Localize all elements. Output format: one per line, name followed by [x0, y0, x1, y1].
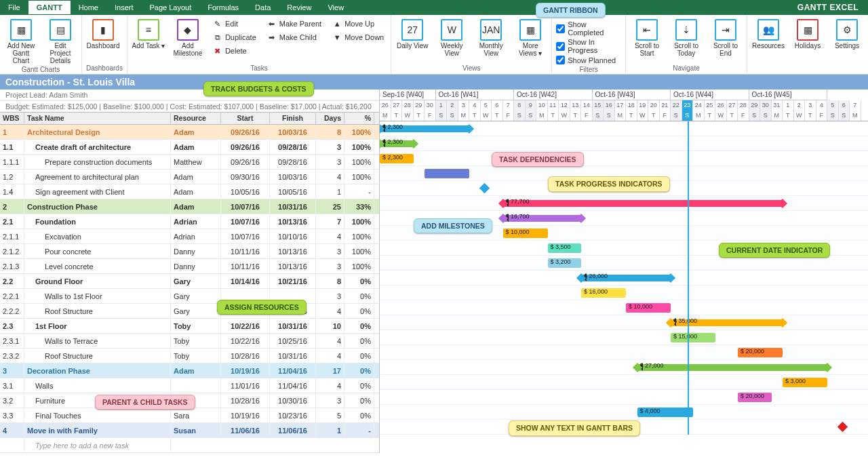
gantt-bar[interactable]: $ 10,000: [626, 303, 671, 313]
dashboard-button[interactable]: ▮Dashboard: [86, 18, 120, 50]
gantt-row: $ 35,000: [380, 315, 868, 330]
task-row[interactable]: 2.2.2Roof StructureGary10/18/1610/21/164…: [0, 304, 379, 319]
col-wbs[interactable]: WBS: [0, 112, 24, 124]
tab-gantt[interactable]: GANTT: [28, 1, 71, 14]
scroll-end-button[interactable]: ⇥Scroll to End: [709, 18, 743, 57]
scroll-start-button[interactable]: ⇤Scroll to Start: [630, 18, 664, 57]
add-task-button[interactable]: ≡Add Task ▾: [132, 18, 165, 50]
task-row[interactable]: 2.3.1Walls to TerraceToby10/22/1610/25/1…: [0, 334, 379, 349]
gantt-row: $ 27,000: [380, 360, 868, 375]
tab-file[interactable]: File: [0, 1, 28, 14]
tab-insert[interactable]: Insert: [106, 1, 142, 14]
timeline-dow: M: [536, 111, 548, 121]
new-task-row[interactable]: Type here to add a new task: [0, 438, 379, 453]
gantt-bar[interactable]: $ 27,000: [637, 364, 828, 371]
gantt-bar[interactable]: $ 3,200: [548, 258, 582, 268]
gantt-bar[interactable]: $ 2,300: [380, 140, 414, 147]
task-row[interactable]: 3.3Final TouchesSara10/19/1610/23/1650%: [0, 408, 379, 423]
ribbon: GANTT RIBBON ▦Add New Gantt Chart ▤Edit …: [0, 15, 868, 75]
show-completed-check[interactable]: Show Completed: [556, 20, 621, 37]
task-row[interactable]: 2.1.1ExcavationAdrian10/07/1610/10/16410…: [0, 229, 379, 244]
task-row[interactable]: 1Architectural DesignAdam09/26/1610/03/1…: [0, 125, 379, 140]
add-milestone-button[interactable]: ◆Add Milestone: [171, 18, 205, 57]
edit-project-details-button[interactable]: ▤Edit Project Details: [43, 18, 77, 64]
make-parent-button[interactable]: ⬅Make Parent: [264, 18, 324, 30]
more-views-button[interactable]: ▦More Views ▾: [513, 18, 547, 57]
tab-data[interactable]: Data: [247, 1, 279, 14]
move-up-button[interactable]: ▲Move Up: [330, 18, 387, 30]
col-finish[interactable]: Finish: [270, 112, 316, 124]
timeline-dow: S: [749, 111, 761, 121]
milestone-marker[interactable]: [837, 422, 848, 433]
col-resource[interactable]: Resource: [171, 112, 221, 124]
timeline-daynum: 16: [604, 100, 615, 111]
holidays-button[interactable]: ▦Holidays: [791, 18, 825, 50]
task-row[interactable]: 2.1.3Level concreteDanny10/11/1610/13/16…: [0, 259, 379, 274]
col-start[interactable]: Start: [221, 112, 270, 124]
task-row[interactable]: 3Decoration PhaseAdam10/19/1611/04/16170…: [0, 363, 379, 378]
timeline-dow: S: [593, 111, 604, 121]
gantt-bar[interactable]: $ 3,000: [783, 378, 827, 387]
scroll-today-button[interactable]: ⇣Scroll to Today: [669, 18, 703, 57]
timeline-month: Oct-16 [W42]: [514, 90, 593, 100]
gantt-bar[interactable]: $ 16,700: [503, 215, 582, 222]
col-task[interactable]: Task Name: [24, 112, 171, 124]
tab-home[interactable]: Home: [71, 1, 106, 14]
tab-page-layout[interactable]: Page Layout: [141, 1, 199, 14]
gantt-bar[interactable]: $ 77,700: [503, 200, 783, 207]
gantt-bar[interactable]: [425, 169, 469, 178]
task-row[interactable]: 2.2Ground FloorGary10/14/1610/21/1680%: [0, 274, 379, 289]
task-row[interactable]: 2.3.2Roof StructureToby10/28/1610/31/164…: [0, 349, 379, 363]
milestone-marker[interactable]: [479, 183, 490, 194]
timeline-dow: T: [570, 111, 582, 121]
gantt-row: $ 10,000: [380, 300, 868, 315]
gantt-bar[interactable]: $ 3,500: [548, 243, 582, 253]
weekly-view-button[interactable]: WWeekly View: [435, 18, 469, 57]
timeline-dow: S: [760, 111, 772, 121]
task-row[interactable]: 3.1Walls11/01/1611/04/1640%: [0, 378, 379, 393]
show-planned-check[interactable]: Show Planned: [556, 56, 621, 64]
task-row[interactable]: 2.31st FloorToby10/22/1610/31/16100%: [0, 319, 379, 334]
gantt-bar[interactable]: $ 20,000: [738, 348, 783, 357]
edit-task-button[interactable]: ✎Edit: [210, 18, 259, 30]
gantt-bar[interactable]: $ 15,000: [671, 333, 715, 342]
show-inprogress-check[interactable]: Show In Progress: [556, 38, 621, 54]
make-child-button[interactable]: ➡Make Child: [264, 31, 324, 43]
task-row[interactable]: 4Move in with FamilySusan11/06/1611/06/1…: [0, 423, 379, 438]
col-days[interactable]: Days: [316, 112, 344, 124]
tab-view[interactable]: View: [319, 1, 352, 14]
people-icon: 👥: [757, 19, 779, 41]
delete-task-button[interactable]: ✖Delete: [210, 45, 259, 57]
task-row[interactable]: 2Construction PhaseAdam10/07/1610/31/162…: [0, 199, 379, 214]
timeline-dow: F: [581, 111, 593, 121]
add-new-gantt-button[interactable]: ▦Add New Gantt Chart: [4, 18, 38, 64]
timeline-dow: F: [738, 111, 749, 121]
task-row[interactable]: 1.4Sign agreement with ClientAdam10/05/1…: [0, 184, 379, 199]
task-row[interactable]: 1.1Create draft of architectureAdam09/26…: [0, 140, 379, 155]
settings-button[interactable]: ⚙Settings: [830, 18, 864, 50]
gantt-bar[interactable]: $ 2,300: [380, 154, 414, 163]
callout-current-date: CURRENT DATE INDICATOR: [719, 243, 830, 258]
monthly-view-button[interactable]: JANMonthly View: [474, 18, 508, 57]
task-row[interactable]: 1.2Agreement to architectural planAdam09…: [0, 170, 379, 184]
gantt-bar[interactable]: $ 26,000: [581, 275, 671, 281]
resources-button[interactable]: 👥Resources: [751, 18, 785, 50]
tab-review[interactable]: Review: [279, 1, 319, 14]
gantt-bar[interactable]: $ 4,000: [637, 408, 694, 417]
scroll-end-icon: ⇥: [715, 19, 736, 41]
gantt-bar[interactable]: $ 16,000: [581, 288, 626, 298]
duplicate-task-button[interactable]: ⧉Duplicate: [210, 31, 259, 43]
timeline-dow: T: [648, 111, 660, 121]
task-row[interactable]: 2.1.2Pour concreteDanny10/11/1610/13/163…: [0, 244, 379, 259]
task-row[interactable]: 2.2.1Walls to 1st FloorGary30%: [0, 289, 379, 304]
move-down-button[interactable]: ▼Move Down: [330, 31, 387, 43]
daily-view-button[interactable]: 27Daily View: [395, 18, 429, 50]
task-row[interactable]: 2.1FoundationAdrian10/07/1610/13/167100%: [0, 214, 379, 229]
gantt-bar[interactable]: $ 20,000: [738, 393, 772, 402]
gantt-bar[interactable]: $ 10,000: [503, 229, 548, 238]
col-pct[interactable]: %: [344, 112, 374, 124]
tab-formulas[interactable]: Formulas: [199, 1, 247, 14]
gantt-bar[interactable]: $ 2,300: [380, 125, 469, 132]
task-row[interactable]: 1.1.1Prepare construction documentsMatth…: [0, 155, 379, 170]
timeline-dow: M: [850, 111, 861, 121]
